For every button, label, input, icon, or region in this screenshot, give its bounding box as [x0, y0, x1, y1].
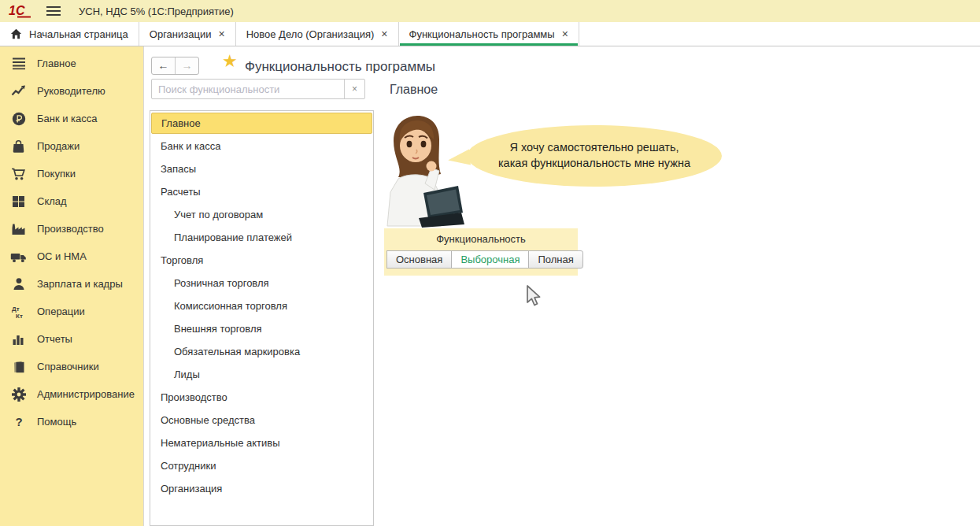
app-window: 1С УСН, НДС 5% (1С:Предприятие) Начальна… [0, 0, 980, 526]
category-item[interactable]: Организация [150, 477, 373, 500]
category-item[interactable]: Учет по договорам [150, 203, 373, 226]
bag-icon [10, 139, 27, 154]
svg-text:1С: 1С [9, 4, 25, 17]
category-label: Запасы [161, 163, 196, 175]
tab-close-icon[interactable]: × [562, 28, 568, 39]
sidebar-item-label: Администрирование [37, 388, 135, 400]
category-item[interactable]: Производство [150, 386, 373, 409]
category-item[interactable]: Сотрудники [150, 454, 373, 477]
sidebar-item[interactable]: Отчеты [0, 325, 143, 353]
bubble-text-line2: какая функциональность мне нужна [498, 156, 690, 172]
sidebar-item[interactable]: Склад [0, 187, 143, 215]
sidebar-item[interactable]: Главное [0, 50, 143, 77]
category-label: Расчеты [161, 186, 201, 198]
sidebar-item-label: Производство [37, 223, 104, 235]
content-area: ← → ★ Функциональность программы × Главн… [144, 46, 980, 526]
forward-button[interactable]: → [176, 57, 198, 74]
category-label: Основные средства [161, 414, 255, 426]
ruble-icon [10, 111, 27, 127]
section-heading: Главное [390, 83, 438, 97]
tab[interactable]: Функциональность программы × [399, 22, 579, 46]
sidebar-item-label: ОС и НМА [37, 250, 87, 262]
truck-icon [10, 249, 27, 265]
favorite-star-icon[interactable]: ★ [222, 53, 238, 70]
1c-logo: 1С [8, 3, 33, 19]
category-item[interactable]: Расчеты [150, 180, 373, 203]
tab-bar: Начальная страница Организации × Новое Д… [0, 22, 980, 46]
functionality-options: ОсновнаяВыборочнаяПолная [387, 250, 583, 269]
category-item[interactable]: Нематериальные активы [150, 432, 373, 454]
category-item[interactable]: Основные средства [150, 409, 373, 432]
cart-icon [10, 166, 27, 182]
category-label: Организация [161, 483, 222, 495]
assistant-avatar [383, 113, 464, 230]
mouse-cursor-icon [524, 284, 543, 311]
category-item[interactable]: Лиды [150, 363, 373, 386]
svg-text:Кт: Кт [16, 313, 23, 320]
sidebar: Главное Руководителю Банк и касса Продаж… [0, 46, 144, 526]
assistant-speech-bubble: Я хочу самостоятельно решать, какая функ… [467, 125, 722, 187]
search-box: × [151, 79, 365, 99]
sidebar-item[interactable]: ? Помощь [0, 408, 143, 435]
sidebar-item-label: Операции [37, 306, 85, 317]
sidebar-item[interactable]: Покупки [0, 160, 143, 187]
functionality-option-button[interactable]: Основная [386, 250, 452, 269]
sidebar-item-label: Покупки [37, 168, 76, 180]
category-item[interactable]: Главное [151, 113, 372, 134]
tab[interactable]: Организации × [139, 22, 236, 46]
chart-icon [10, 332, 27, 347]
category-item[interactable]: Внешняя торговля [150, 317, 373, 340]
back-button[interactable]: ← [152, 57, 176, 74]
sidebar-item-label: Продажи [37, 140, 80, 152]
sidebar-item[interactable]: ОС и НМА [0, 243, 143, 270]
category-item[interactable]: Розничная торговля [150, 272, 373, 294]
category-label: Комиссионная торговля [174, 300, 287, 312]
clear-search-icon[interactable]: × [344, 80, 364, 98]
category-item[interactable]: Планирование платежей [150, 226, 373, 249]
tab-close-icon[interactable]: × [218, 28, 224, 39]
tab-label: Организации [150, 28, 212, 40]
sidebar-item[interactable]: Администрирование [0, 380, 143, 408]
category-label: Внешняя торговля [174, 323, 262, 335]
category-label: Производство [161, 391, 227, 403]
category-label: Обязательная маркировка [174, 346, 300, 357]
category-item[interactable]: Обязательная маркировка [150, 340, 373, 363]
trend-icon [10, 83, 27, 99]
category-label: Учет по договорам [174, 209, 263, 220]
category-label: Главное [161, 117, 201, 129]
sidebar-item[interactable]: Зарплата и кадры [0, 270, 143, 298]
category-label: Торговля [161, 254, 203, 266]
tab[interactable]: Начальная страница [0, 22, 139, 46]
category-item[interactable]: Комиссионная торговля [150, 294, 373, 317]
sidebar-item[interactable]: Справочники [0, 353, 143, 380]
tab-label: Начальная страница [29, 28, 128, 40]
category-label: Нематериальные активы [161, 437, 280, 449]
sidebar-item[interactable]: Производство [0, 215, 143, 243]
category-item[interactable]: Торговля [150, 249, 373, 272]
sidebar-item[interactable]: ДтКт Операции [0, 298, 143, 325]
sidebar-item[interactable]: Банк и касса [0, 105, 143, 132]
grid-icon [10, 194, 27, 209]
hamburger-icon[interactable] [46, 6, 61, 17]
category-label: Банк и касса [161, 140, 221, 152]
sidebar-item-label: Помощь [37, 416, 76, 428]
sidebar-item[interactable]: Продажи [0, 132, 143, 160]
category-label: Планирование платежей [174, 232, 292, 243]
window-title: УСН, НДС 5% (1С:Предприятие) [79, 6, 234, 17]
menu-icon [10, 56, 27, 72]
functionality-option-button[interactable]: Полная [528, 250, 582, 269]
factory-icon [10, 221, 27, 237]
category-item[interactable]: Банк и касса [150, 135, 373, 157]
sidebar-item[interactable]: Руководителю [0, 77, 143, 105]
svg-text:?: ? [15, 415, 22, 428]
home-icon [10, 28, 22, 39]
title-bar: 1С УСН, НДС 5% (1С:Предприятие) [0, 0, 980, 22]
functionality-category-list: Главное Банк и касса Запасы Расчеты Учет… [150, 110, 374, 526]
functionality-option-button[interactable]: Выборочная [451, 250, 529, 269]
bubble-text-line1: Я хочу самостоятельно решать, [509, 140, 679, 156]
tab[interactable]: Новое Дело (Организация) × [236, 22, 399, 46]
tab-close-icon[interactable]: × [381, 28, 387, 39]
search-input[interactable] [152, 80, 344, 98]
category-item[interactable]: Запасы [150, 157, 373, 180]
sidebar-item-label: Справочники [37, 361, 99, 372]
